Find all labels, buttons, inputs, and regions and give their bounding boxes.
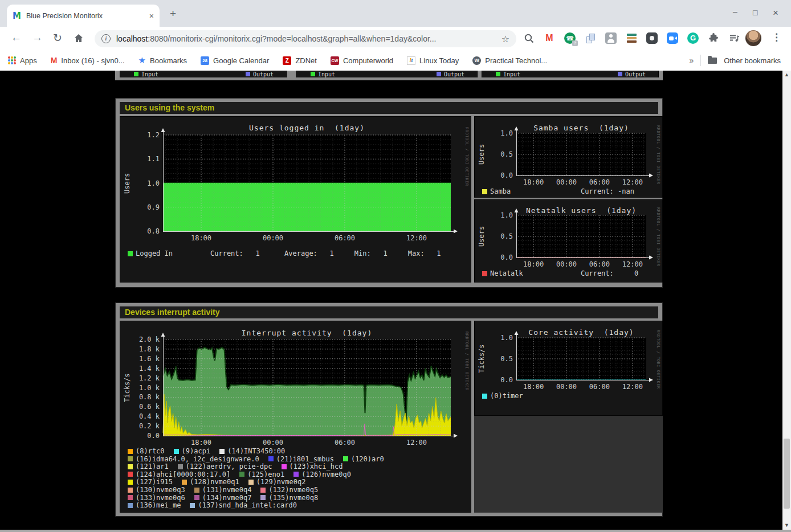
chart-ylabel: Ticks/s bbox=[123, 339, 131, 436]
section-interrupts-header: Devices interrupt activity bbox=[120, 306, 658, 318]
reader-icon[interactable] bbox=[645, 31, 659, 45]
tab-close-icon[interactable]: × bbox=[149, 11, 154, 21]
x-tick-label: 12:00 bbox=[618, 178, 647, 186]
url-text[interactable]: localhost:8080/monitorix-cgi/monitorix.c… bbox=[116, 34, 496, 43]
playlist-icon[interactable] bbox=[727, 31, 741, 45]
y-tick-label: 1.0 bbox=[487, 211, 513, 219]
legend-color-swatch bbox=[293, 472, 299, 477]
legend-label: Logged In bbox=[136, 249, 173, 257]
copy-icon[interactable] bbox=[584, 31, 597, 45]
network-graph-legend: Input Output bbox=[482, 71, 659, 77]
legend-label: (123)xhci_hcd bbox=[290, 463, 343, 470]
y-tick-label: 2.0 k bbox=[133, 335, 160, 343]
x-tick-label: 06:00 bbox=[585, 260, 614, 268]
reload-icon[interactable]: ↻ bbox=[53, 31, 62, 44]
output-color-swatch bbox=[437, 72, 441, 76]
network-graph-legend: Input Output bbox=[296, 71, 478, 77]
back-icon[interactable]: ← bbox=[11, 31, 22, 44]
home-icon[interactable] bbox=[73, 32, 84, 44]
chart-legend-row: (127)i915(128)nvme0q1(129)nvme0q2 bbox=[128, 478, 305, 486]
legend-item: Netatalk bbox=[482, 269, 523, 277]
window-bottom-edge bbox=[0, 530, 791, 532]
forward-icon[interactable]: → bbox=[32, 31, 43, 44]
legend-item: (121)ar1 bbox=[128, 463, 169, 470]
legend-color-swatch bbox=[182, 480, 187, 485]
bookmark-apps[interactable]: Apps bbox=[8, 56, 37, 65]
x-tick-label: 12:00 bbox=[618, 260, 647, 268]
scrollbar-thumb[interactable] bbox=[784, 439, 790, 509]
search-icon[interactable] bbox=[522, 31, 536, 45]
chart-legend-row: (124)ahci[0000:00:17.0](125)eno1(126)nvm… bbox=[128, 470, 351, 478]
keeper-icon[interactable] bbox=[604, 31, 618, 45]
input-color-swatch bbox=[496, 72, 500, 76]
legend-item: (132)nvme0q5 bbox=[260, 486, 318, 494]
legend-color-swatch bbox=[482, 189, 487, 194]
legend-color-swatch bbox=[194, 495, 199, 500]
other-bookmarks-button[interactable]: Other bookmarks bbox=[724, 56, 781, 65]
bookmarks-bar: AppsMInbox (16) - sjvn0...★Bookmarks28Go… bbox=[0, 50, 791, 71]
legend-item: (128)nvme0q1 bbox=[182, 478, 239, 486]
x-tick-label: 12:00 bbox=[618, 383, 647, 391]
browser-menu-icon[interactable]: ⋮ bbox=[772, 31, 781, 43]
google-voice-icon[interactable]: ☎? bbox=[563, 31, 577, 45]
y-tick-label: 1.4 k bbox=[133, 365, 160, 373]
legend-label: (129)nvme0q2 bbox=[256, 478, 306, 486]
legend-label: (14)INT3450:00 bbox=[227, 447, 285, 455]
chart-title: Interrupt activity (1day) bbox=[152, 329, 462, 337]
extension-icons: M☎?G bbox=[522, 31, 741, 45]
address-bar[interactable]: i localhost:8080/monitorix-cgi/monitorix… bbox=[95, 30, 516, 47]
window-maximize-button[interactable]: □ bbox=[753, 8, 757, 17]
rrdtool-watermark: RRDTOOL / TOBI OETIKER bbox=[464, 127, 469, 186]
bookmark-computerworld[interactable]: CWComputerworld bbox=[331, 56, 393, 65]
bookmark-linux-today[interactable]: ltLinux Today bbox=[407, 56, 459, 65]
legend-item: Input bbox=[134, 71, 158, 77]
legend-color-swatch bbox=[178, 464, 183, 469]
browser-tab[interactable]: M Blue Precision Monitorix × bbox=[7, 5, 160, 27]
svg-text:M: M bbox=[13, 11, 21, 21]
divider bbox=[700, 55, 701, 66]
bookmarks-overflow-icon[interactable]: » bbox=[690, 56, 694, 65]
y-tick-label: 0.4 k bbox=[133, 412, 160, 420]
gmail-icon[interactable]: M bbox=[543, 31, 556, 45]
profile-avatar[interactable] bbox=[745, 30, 761, 46]
legend-label: Netatalk bbox=[490, 269, 523, 277]
legend-label: Output bbox=[253, 71, 274, 77]
window-minimize-button[interactable]: – bbox=[733, 7, 737, 16]
x-tick-label: 00:00 bbox=[552, 260, 581, 268]
bookmark-practical-technology[interactable]: WPractical Technol... bbox=[472, 56, 547, 65]
bookmark-inbox[interactable]: MInbox (16) - sjvn0... bbox=[51, 56, 125, 65]
bookmark-bookmarks[interactable]: ★Bookmarks bbox=[138, 55, 187, 66]
legend-color-swatch bbox=[128, 495, 133, 500]
scroll-down-icon[interactable]: ▼ bbox=[782, 521, 791, 530]
page-info-icon[interactable]: i bbox=[101, 34, 111, 43]
grammarly-icon[interactable]: G bbox=[686, 31, 700, 45]
bookmark-label: Practical Technol... bbox=[485, 56, 547, 65]
y-tick-label: 1.0 k bbox=[133, 384, 160, 392]
legend-item: (134)nvme0q7 bbox=[194, 494, 252, 502]
url-host: localhost bbox=[116, 34, 148, 43]
y-tick-label: 0.0 bbox=[487, 171, 513, 179]
legend-item: Output bbox=[437, 71, 464, 77]
computerworld-favicon: CW bbox=[331, 56, 339, 65]
zoom-icon[interactable] bbox=[666, 31, 679, 45]
library-icon[interactable] bbox=[625, 31, 638, 45]
extensions-icon[interactable] bbox=[707, 31, 720, 45]
chart-title: Core activity (1day) bbox=[505, 328, 658, 337]
interrupt-activity-graph: Interrupt activity (1day)Ticks/sRRDTOOL … bbox=[120, 321, 471, 513]
y-tick-label: 1.8 k bbox=[133, 345, 160, 353]
chart-ylabel: Users bbox=[478, 133, 486, 175]
bookmark-zdnet[interactable]: ZZDNet bbox=[283, 56, 317, 65]
chart-legend: Netatalk bbox=[482, 269, 523, 277]
y-tick-label: 0.0 bbox=[487, 253, 513, 261]
y-tick-label: 1.1 bbox=[133, 155, 160, 163]
section-users-header: Users using the system bbox=[120, 102, 658, 114]
bookmark-star-icon[interactable]: ☆ bbox=[501, 34, 509, 44]
window-close-button[interactable]: × bbox=[773, 7, 778, 19]
legend-current: Current: -nan bbox=[581, 187, 634, 195]
scrollbar[interactable]: ▲ ▼ bbox=[782, 71, 791, 530]
y-tick-label: 0.8 bbox=[133, 227, 160, 235]
new-tab-button[interactable]: + bbox=[170, 7, 176, 20]
bookmark-google-calendar[interactable]: 28Google Calendar bbox=[201, 56, 269, 65]
scroll-up-icon[interactable]: ▲ bbox=[782, 71, 791, 79]
legend-color-swatch bbox=[194, 488, 199, 493]
